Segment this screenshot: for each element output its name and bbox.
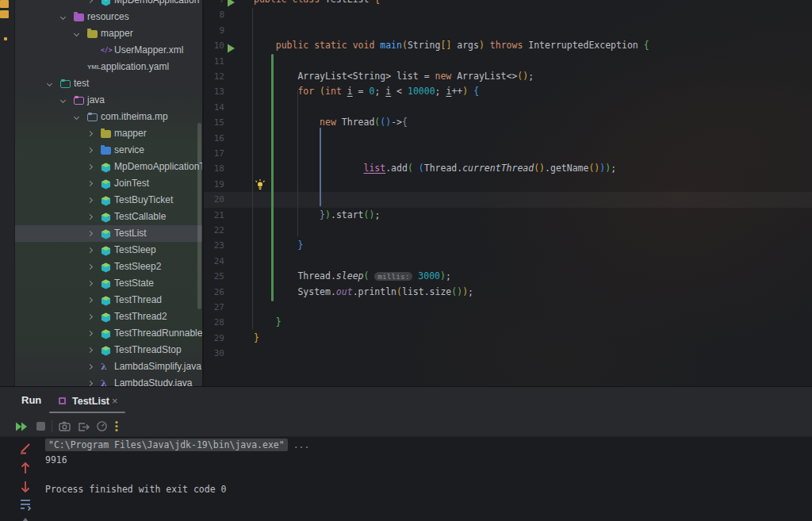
active-tab-underline <box>49 412 125 413</box>
tree-row-label: MpDemoApplicationT <box>114 159 204 175</box>
java-class-icon <box>101 262 111 272</box>
tree-row-testthreadrunnable[interactable]: TestThreadRunnable <box>15 325 202 342</box>
chevron-right-icon[interactable] <box>87 181 93 186</box>
yaml-file-icon: YML <box>87 62 98 72</box>
console-line <box>45 467 309 482</box>
tree-row-label: resources <box>87 9 129 25</box>
folder-icon <box>74 95 84 105</box>
line-number: 11 <box>204 54 224 69</box>
tree-row-testsleep2[interactable]: TestSleep2 <box>15 259 202 275</box>
line-number: 7 <box>204 0 224 7</box>
tree-row-service[interactable]: service <box>15 142 202 159</box>
tree-row-label: com.itheima.mp <box>101 109 168 125</box>
tree-row-teststate[interactable]: TestState <box>15 275 202 292</box>
code-line-15: new Thread(()->{ <box>254 115 408 130</box>
chevron-right-icon[interactable] <box>87 147 93 153</box>
rerun-button[interactable] <box>16 422 30 432</box>
line-number: 9 <box>204 23 224 38</box>
more-options-button[interactable] <box>114 420 119 432</box>
tree-row-mapper[interactable]: mapper <box>15 125 202 142</box>
line-number: 18 <box>204 161 224 176</box>
run-line-gutter-button[interactable] <box>227 42 236 56</box>
soft-wrap-icon[interactable] <box>19 498 33 511</box>
tree-row-test[interactable]: test <box>15 75 202 92</box>
export-button[interactable] <box>78 420 91 432</box>
chevron-down-icon[interactable] <box>60 14 66 20</box>
chevron-right-icon[interactable] <box>87 214 93 220</box>
gauge-button[interactable] <box>96 420 108 432</box>
tree-row-java[interactable]: java <box>15 92 202 109</box>
tree-row-testsleep[interactable]: TestSleep <box>15 242 202 259</box>
tree-row-lambdasimplify-java[interactable]: λLambdaSimplify.java <box>15 358 202 375</box>
close-tab-icon[interactable]: × <box>112 395 118 407</box>
down-stack-trace-icon[interactable] <box>19 480 32 494</box>
tree-row-mapper[interactable]: mapper <box>15 25 202 42</box>
run-line-gutter-button[interactable] <box>227 0 236 10</box>
line-number: 10 <box>204 38 224 53</box>
lambda-file-icon: λ <box>101 362 111 372</box>
up-stack-trace-icon[interactable] <box>19 461 32 475</box>
stop-button[interactable] <box>36 421 46 431</box>
chevron-right-icon[interactable] <box>87 347 93 353</box>
tree-row-usermapper-xml[interactable]: </>UserMapper.xml <box>15 42 202 59</box>
code-line-7: public class TestList { <box>254 0 380 7</box>
tree-row-mpdemoapplicationt[interactable]: MpDemoApplicationT <box>15 159 202 175</box>
line-number: 23 <box>204 238 224 253</box>
chevron-right-icon[interactable] <box>87 297 93 303</box>
chevron-right-icon[interactable] <box>87 264 93 270</box>
chevron-right-icon[interactable] <box>87 197 93 203</box>
chevron-right-icon[interactable] <box>87 381 93 386</box>
console-output[interactable]: "C:\Program Files\Java\jdk-19\bin\java.e… <box>45 438 309 496</box>
tree-row-resources[interactable]: resources <box>15 9 202 25</box>
code-editor[interactable]: 7public class TestList {8910 public stat… <box>204 0 812 386</box>
chevron-right-icon[interactable] <box>87 164 93 170</box>
tree-row-label: TestList <box>114 225 147 242</box>
line-number: 21 <box>204 208 224 223</box>
run-tab-testlist[interactable]: TestList × <box>51 390 127 412</box>
code-line-12: ArrayList<String> list = new ArrayList<>… <box>254 69 534 84</box>
tree-row-label: service <box>114 142 144 159</box>
run-panel-title: Run <box>21 394 41 406</box>
chevron-right-icon[interactable] <box>87 247 93 253</box>
chevron-right-icon[interactable] <box>87 281 93 286</box>
line-number: 30 <box>204 346 224 361</box>
tree-row-testlist[interactable]: TestList <box>15 225 202 242</box>
yellow-dot-icon <box>4 37 7 40</box>
chevron-right-icon[interactable] <box>87 0 93 3</box>
yellow-badge-icon-2[interactable] <box>0 10 9 18</box>
tree-row-com-itheima-mp[interactable]: com.itheima.mp <box>15 109 202 125</box>
tree-row-testbuyticket[interactable]: TestBuyTicket <box>15 192 202 209</box>
tree-row-lambdastudy-java[interactable]: λLambdaStudy.java <box>15 375 202 386</box>
intention-bulb-icon[interactable] <box>255 179 266 193</box>
chevron-down-icon[interactable] <box>74 31 79 36</box>
scroll-down-icon[interactable] <box>19 516 32 521</box>
chevron-right-icon[interactable] <box>87 314 93 320</box>
tree-scrollbar[interactable] <box>197 123 201 309</box>
java-class-icon <box>101 0 111 6</box>
tree-row-jointest[interactable]: JoinTest <box>15 175 202 192</box>
tree-row-application-yaml[interactable]: YMLapplication.yaml <box>15 59 202 75</box>
line-number: 17 <box>204 146 224 161</box>
tree-row-testthread[interactable]: TestThread <box>15 292 202 308</box>
chevron-down-icon[interactable] <box>60 98 66 103</box>
chevron-right-icon[interactable] <box>87 331 93 336</box>
yellow-badge-icon[interactable] <box>0 0 9 8</box>
tree-row-testcallable[interactable]: TestCallable <box>15 209 202 225</box>
rerun-failed-icon[interactable] <box>19 442 32 455</box>
project-tree[interactable]: MpDemoApplicationresourcesmapper</>UserM… <box>15 0 204 386</box>
tree-row-testthreadstop[interactable]: TestThreadStop <box>15 342 202 358</box>
tree-row-testthread2[interactable]: TestThread2 <box>15 308 202 325</box>
chevron-right-icon[interactable] <box>87 231 93 236</box>
tree-row-label: TestThreadRunnable <box>114 325 202 342</box>
camera-button[interactable] <box>59 420 71 432</box>
tree-row-label: JoinTest <box>114 175 149 192</box>
tree-row-label: TestThread <box>114 292 162 308</box>
chevron-right-icon[interactable] <box>87 364 93 370</box>
chevron-right-icon[interactable] <box>87 131 93 136</box>
tree-row-label: mapper <box>101 25 133 42</box>
chevron-down-icon[interactable] <box>74 114 79 120</box>
folded-ellipsis[interactable]: ... <box>288 439 310 450</box>
chevron-down-icon[interactable] <box>47 81 52 86</box>
console-command-chip[interactable]: "C:\Program Files\Java\jdk-19\bin\java.e… <box>45 439 288 451</box>
tree-row-mpdemoapplication[interactable]: MpDemoApplication <box>15 0 202 9</box>
